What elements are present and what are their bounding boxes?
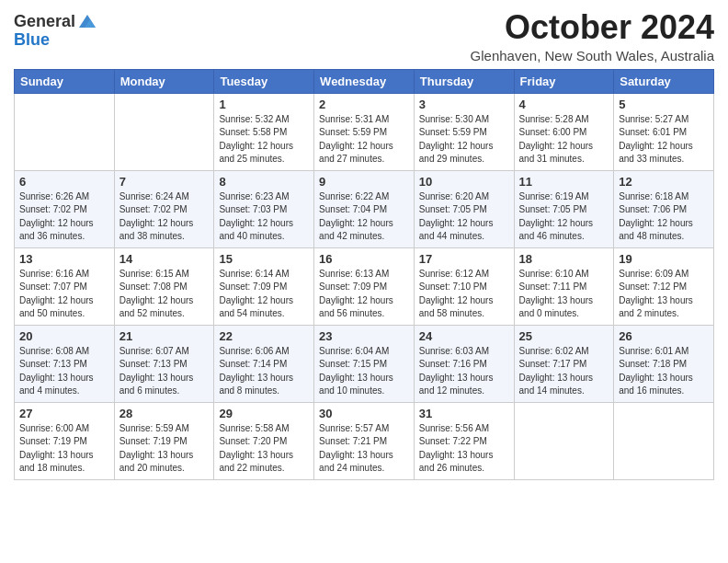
- calendar-cell: 4Sunrise: 5:28 AM Sunset: 6:00 PM Daylig…: [514, 93, 614, 170]
- calendar-cell: 30Sunrise: 5:57 AM Sunset: 7:21 PM Dayli…: [314, 402, 415, 479]
- calendar-cell: 10Sunrise: 6:20 AM Sunset: 7:05 PM Dayli…: [414, 170, 514, 247]
- day-number: 24: [419, 329, 509, 343]
- day-info: Sunrise: 6:24 AM Sunset: 7:02 PM Dayligh…: [119, 190, 210, 244]
- day-number: 21: [119, 329, 210, 343]
- day-info: Sunrise: 6:00 AM Sunset: 7:19 PM Dayligh…: [19, 422, 109, 476]
- day-info: Sunrise: 6:03 AM Sunset: 7:16 PM Dayligh…: [419, 345, 509, 398]
- calendar-week-5: 27Sunrise: 6:00 AM Sunset: 7:19 PM Dayli…: [15, 402, 714, 479]
- day-number: 3: [419, 98, 509, 111]
- calendar-week-4: 20Sunrise: 6:08 AM Sunset: 7:13 PM Dayli…: [15, 325, 714, 402]
- day-info: Sunrise: 5:32 AM Sunset: 5:58 PM Dayligh…: [219, 113, 309, 167]
- logo-blue: Blue: [14, 30, 50, 49]
- calendar-cell: 17Sunrise: 6:12 AM Sunset: 7:10 PM Dayli…: [414, 247, 514, 325]
- calendar-cell: 14Sunrise: 6:15 AM Sunset: 7:08 PM Dayli…: [114, 247, 214, 325]
- day-number: 30: [319, 407, 409, 420]
- day-number: 17: [419, 252, 509, 266]
- day-info: Sunrise: 6:23 AM Sunset: 7:03 PM Dayligh…: [219, 190, 309, 244]
- calendar-cell: 11Sunrise: 6:19 AM Sunset: 7:05 PM Dayli…: [514, 170, 614, 247]
- day-number: 13: [19, 252, 109, 266]
- day-number: 2: [319, 98, 409, 111]
- calendar-cell: [15, 93, 115, 170]
- day-number: 23: [319, 329, 409, 343]
- title-block: October 2024 Glenhaven, New South Wales,…: [471, 9, 714, 63]
- calendar-cell: 2Sunrise: 5:31 AM Sunset: 5:59 PM Daylig…: [314, 93, 415, 170]
- day-number: 29: [219, 407, 309, 420]
- day-info: Sunrise: 5:27 AM Sunset: 6:01 PM Dayligh…: [619, 113, 709, 167]
- calendar-cell: 6Sunrise: 6:26 AM Sunset: 7:02 PM Daylig…: [15, 170, 115, 247]
- header: General Blue October 2024 Glenhaven, New…: [14, 9, 714, 63]
- logo-general: General: [14, 13, 75, 31]
- calendar-cell: 28Sunrise: 5:59 AM Sunset: 7:19 PM Dayli…: [114, 402, 214, 479]
- day-info: Sunrise: 6:02 AM Sunset: 7:17 PM Dayligh…: [519, 345, 609, 398]
- logo: General Blue: [14, 13, 97, 50]
- day-info: Sunrise: 6:22 AM Sunset: 7:04 PM Dayligh…: [319, 190, 409, 244]
- day-info: Sunrise: 6:08 AM Sunset: 7:13 PM Dayligh…: [19, 345, 109, 398]
- day-header-friday: Friday: [514, 69, 614, 93]
- calendar-cell: [114, 93, 214, 170]
- calendar-cell: 26Sunrise: 6:01 AM Sunset: 7:18 PM Dayli…: [614, 325, 714, 402]
- calendar-table: SundayMondayTuesdayWednesdayThursdayFrid…: [14, 69, 714, 480]
- day-number: 5: [619, 98, 709, 111]
- day-number: 25: [519, 329, 609, 343]
- day-info: Sunrise: 5:31 AM Sunset: 5:59 PM Dayligh…: [319, 113, 409, 167]
- calendar-cell: 16Sunrise: 6:13 AM Sunset: 7:09 PM Dayli…: [314, 247, 415, 325]
- day-number: 15: [219, 252, 309, 266]
- day-number: 31: [419, 407, 509, 420]
- calendar-cell: 15Sunrise: 6:14 AM Sunset: 7:09 PM Dayli…: [214, 247, 314, 325]
- day-number: 8: [219, 175, 309, 189]
- calendar-cell: [514, 402, 614, 479]
- day-number: 18: [519, 252, 609, 266]
- day-info: Sunrise: 6:07 AM Sunset: 7:13 PM Dayligh…: [119, 345, 210, 398]
- day-info: Sunrise: 6:16 AM Sunset: 7:07 PM Dayligh…: [19, 268, 109, 321]
- day-info: Sunrise: 6:04 AM Sunset: 7:15 PM Dayligh…: [319, 345, 409, 398]
- day-number: 9: [319, 175, 409, 189]
- calendar-cell: 1Sunrise: 5:32 AM Sunset: 5:58 PM Daylig…: [214, 93, 314, 170]
- calendar-cell: 25Sunrise: 6:02 AM Sunset: 7:17 PM Dayli…: [514, 325, 614, 402]
- day-number: 27: [19, 407, 109, 420]
- day-info: Sunrise: 6:13 AM Sunset: 7:09 PM Dayligh…: [319, 268, 409, 321]
- calendar-cell: 24Sunrise: 6:03 AM Sunset: 7:16 PM Dayli…: [414, 325, 514, 402]
- calendar-cell: 7Sunrise: 6:24 AM Sunset: 7:02 PM Daylig…: [114, 170, 214, 247]
- day-info: Sunrise: 5:57 AM Sunset: 7:21 PM Dayligh…: [319, 422, 409, 476]
- day-header-wednesday: Wednesday: [314, 69, 415, 93]
- location-title: Glenhaven, New South Wales, Australia: [471, 48, 714, 63]
- day-info: Sunrise: 6:12 AM Sunset: 7:10 PM Dayligh…: [419, 268, 509, 321]
- day-info: Sunrise: 6:14 AM Sunset: 7:09 PM Dayligh…: [219, 268, 309, 321]
- calendar-week-1: 1Sunrise: 5:32 AM Sunset: 5:58 PM Daylig…: [15, 93, 714, 170]
- day-number: 26: [619, 329, 709, 343]
- day-header-saturday: Saturday: [614, 69, 714, 93]
- day-number: 12: [619, 175, 709, 189]
- day-info: Sunrise: 6:01 AM Sunset: 7:18 PM Dayligh…: [619, 345, 709, 398]
- calendar-cell: 20Sunrise: 6:08 AM Sunset: 7:13 PM Dayli…: [15, 325, 115, 402]
- day-info: Sunrise: 5:28 AM Sunset: 6:00 PM Dayligh…: [519, 113, 609, 167]
- calendar-cell: 31Sunrise: 5:56 AM Sunset: 7:22 PM Dayli…: [414, 402, 514, 479]
- day-number: 16: [319, 252, 409, 266]
- calendar-week-3: 13Sunrise: 6:16 AM Sunset: 7:07 PM Dayli…: [15, 247, 714, 325]
- calendar-cell: 3Sunrise: 5:30 AM Sunset: 5:59 PM Daylig…: [414, 93, 514, 170]
- day-number: 7: [119, 175, 210, 189]
- day-number: 14: [119, 252, 210, 266]
- day-number: 1: [219, 98, 309, 111]
- day-number: 10: [419, 175, 509, 189]
- calendar-week-2: 6Sunrise: 6:26 AM Sunset: 7:02 PM Daylig…: [15, 170, 714, 247]
- day-info: Sunrise: 5:56 AM Sunset: 7:22 PM Dayligh…: [419, 422, 509, 476]
- calendar-cell: 9Sunrise: 6:22 AM Sunset: 7:04 PM Daylig…: [314, 170, 415, 247]
- calendar-cell: 21Sunrise: 6:07 AM Sunset: 7:13 PM Dayli…: [114, 325, 214, 402]
- day-number: 11: [519, 175, 609, 189]
- calendar-cell: 23Sunrise: 6:04 AM Sunset: 7:15 PM Dayli…: [314, 325, 415, 402]
- calendar-cell: 18Sunrise: 6:10 AM Sunset: 7:11 PM Dayli…: [514, 247, 614, 325]
- day-header-monday: Monday: [114, 69, 214, 93]
- day-info: Sunrise: 5:59 AM Sunset: 7:19 PM Dayligh…: [119, 422, 210, 476]
- month-title: October 2024: [471, 9, 714, 46]
- calendar-cell: 13Sunrise: 6:16 AM Sunset: 7:07 PM Dayli…: [15, 247, 115, 325]
- calendar-cell: 29Sunrise: 5:58 AM Sunset: 7:20 PM Dayli…: [214, 402, 314, 479]
- header-row: SundayMondayTuesdayWednesdayThursdayFrid…: [15, 69, 714, 93]
- day-info: Sunrise: 6:26 AM Sunset: 7:02 PM Dayligh…: [19, 190, 109, 244]
- day-number: 4: [519, 98, 609, 111]
- day-info: Sunrise: 5:30 AM Sunset: 5:59 PM Dayligh…: [419, 113, 509, 167]
- day-info: Sunrise: 6:06 AM Sunset: 7:14 PM Dayligh…: [219, 345, 309, 398]
- day-number: 19: [619, 252, 709, 266]
- day-info: Sunrise: 6:19 AM Sunset: 7:05 PM Dayligh…: [519, 190, 609, 244]
- calendar-cell: 5Sunrise: 5:27 AM Sunset: 6:01 PM Daylig…: [614, 93, 714, 170]
- calendar-cell: 12Sunrise: 6:18 AM Sunset: 7:06 PM Dayli…: [614, 170, 714, 247]
